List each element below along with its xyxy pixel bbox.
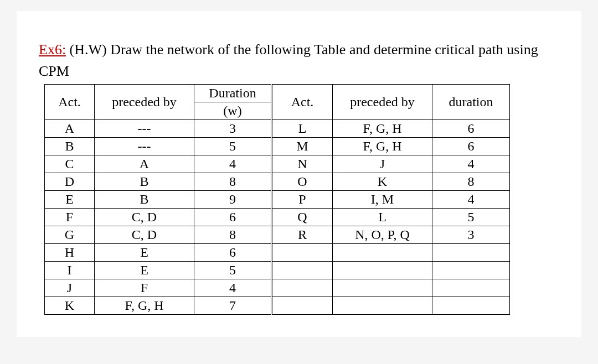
cell-right-preceded: I, M: [333, 191, 432, 209]
cell-right-preceded: N, O, P, Q: [333, 226, 432, 244]
exercise-label: Ex6:: [39, 41, 66, 58]
cell-left-preceded: ---: [95, 120, 194, 138]
table-row: IE5: [45, 262, 510, 279]
cell-right-duration: 4: [432, 155, 510, 173]
hdr-left-activity: Act.: [45, 85, 95, 120]
cell-left-duration: 4: [194, 279, 272, 297]
hdr-right-duration: duration: [432, 85, 510, 120]
cell-left-activity: G: [45, 226, 95, 244]
table-row: A---3LF, G, H6: [45, 120, 510, 138]
cell-left-preceded: E: [95, 244, 194, 262]
table-body: A---3LF, G, H6B---5MF, G, H6CA4NJ4DB8OK8…: [45, 120, 510, 315]
exercise-prompt: Ex6: (H.W) Draw the network of the follo…: [39, 39, 559, 82]
cell-left-preceded: A: [95, 155, 194, 173]
cell-left-activity: E: [45, 191, 95, 209]
cell-left-preceded: F: [95, 279, 194, 297]
cell-right-preceded: F, G, H: [333, 138, 432, 155]
cell-left-duration: 8: [194, 226, 272, 244]
cell-left-preceded: B: [95, 191, 194, 209]
table-row: EB9PI, M4: [45, 191, 510, 209]
cell-left-preceded: C, D: [95, 209, 194, 226]
cell-right-preceded: [333, 262, 432, 279]
cell-right-activity: [272, 297, 333, 315]
hdr-left-duration-unit: (w): [194, 102, 272, 120]
table-row: DB8OK8: [45, 173, 510, 191]
cell-right-duration: [432, 279, 510, 297]
cell-right-activity: M: [272, 138, 333, 155]
hdr-right-activity: Act.: [272, 85, 333, 120]
cell-right-preceded: [333, 297, 432, 315]
cell-left-activity: A: [45, 120, 95, 138]
table-row: JF4: [45, 279, 510, 297]
cell-left-duration: 8: [194, 173, 272, 191]
cell-left-activity: K: [45, 297, 95, 315]
cell-right-duration: 6: [432, 120, 510, 138]
cell-right-duration: 6: [432, 138, 510, 155]
cell-left-duration: 6: [194, 209, 272, 226]
cell-left-preceded: ---: [95, 138, 194, 155]
cell-left-activity: H: [45, 244, 95, 262]
cell-right-preceded: [333, 279, 432, 297]
cell-left-activity: D: [45, 173, 95, 191]
cell-right-preceded: K: [333, 173, 432, 191]
cell-right-duration: [432, 297, 510, 315]
cell-right-activity: R: [272, 226, 333, 244]
cell-left-duration: 3: [194, 120, 272, 138]
cell-right-activity: O: [272, 173, 333, 191]
cell-right-activity: L: [272, 120, 333, 138]
table-row: FC, D6QL5: [45, 209, 510, 226]
hdr-right-preceded: preceded by: [333, 85, 432, 120]
cell-right-duration: 5: [432, 209, 510, 226]
cell-right-preceded: L: [333, 209, 432, 226]
cell-right-duration: 8: [432, 173, 510, 191]
cell-left-duration: 5: [194, 138, 272, 155]
table-header: Act. preceded by Duration Act. preceded …: [45, 85, 510, 120]
cell-right-duration: 3: [432, 226, 510, 244]
cell-left-duration: 4: [194, 155, 272, 173]
cell-left-activity: I: [45, 262, 95, 279]
cell-left-duration: 6: [194, 244, 272, 262]
cell-right-activity: [272, 279, 333, 297]
table-row: KF, G, H7: [45, 297, 510, 315]
hdr-left-duration: Duration: [194, 85, 272, 102]
cpm-table: Act. preceded by Duration Act. preceded …: [44, 84, 510, 315]
cell-right-preceded: [333, 244, 432, 262]
cell-right-duration: 4: [432, 191, 510, 209]
hdr-left-preceded: preceded by: [95, 85, 194, 120]
table-row: CA4NJ4: [45, 155, 510, 173]
cell-left-activity: B: [45, 138, 95, 155]
cell-left-preceded: C, D: [95, 226, 194, 244]
exercise-text: (H.W) Draw the network of the following …: [39, 41, 538, 79]
cell-right-activity: [272, 262, 333, 279]
cell-left-preceded: B: [95, 173, 194, 191]
cell-right-activity: N: [272, 155, 333, 173]
cell-left-duration: 9: [194, 191, 272, 209]
cell-right-duration: [432, 262, 510, 279]
cell-right-preceded: J: [333, 155, 432, 173]
cell-right-activity: P: [272, 191, 333, 209]
cell-right-activity: [272, 244, 333, 262]
cell-left-activity: C: [45, 155, 95, 173]
cell-left-duration: 7: [194, 297, 272, 315]
cell-right-activity: Q: [272, 209, 333, 226]
cell-left-preceded: F, G, H: [95, 297, 194, 315]
cell-right-duration: [432, 244, 510, 262]
cell-right-preceded: F, G, H: [333, 120, 432, 138]
table-row: HE6: [45, 244, 510, 262]
table-row: B---5MF, G, H6: [45, 138, 510, 155]
cell-left-activity: J: [45, 279, 95, 297]
cell-left-preceded: E: [95, 262, 194, 279]
cell-left-duration: 5: [194, 262, 272, 279]
cell-left-activity: F: [45, 209, 95, 226]
page: Ex6: (H.W) Draw the network of the follo…: [17, 11, 581, 337]
table-row: GC, D8RN, O, P, Q3: [45, 226, 510, 244]
